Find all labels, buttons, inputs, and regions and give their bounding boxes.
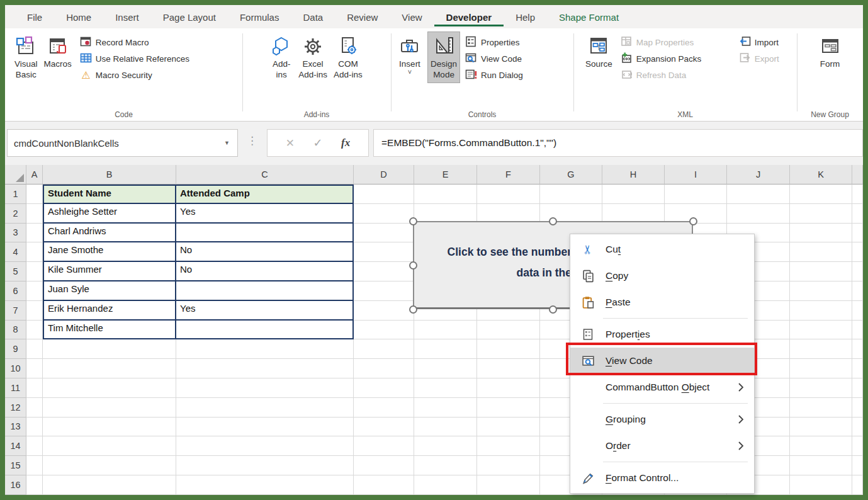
row-header-4[interactable]: 4: [5, 242, 26, 262]
cell-D2[interactable]: [354, 204, 414, 224]
column-header-partial[interactable]: [852, 165, 863, 185]
column-header-D[interactable]: D: [354, 165, 414, 185]
cell-C11[interactable]: [176, 378, 354, 398]
tab-formulas[interactable]: Formulas: [228, 7, 291, 26]
row-header-11[interactable]: 11: [5, 378, 26, 398]
cell-B1[interactable]: Student Name: [43, 185, 176, 204]
tab-file[interactable]: File: [15, 7, 54, 26]
cell-A3[interactable]: [26, 224, 43, 243]
menu-item-commandbutton-object[interactable]: CommandButton Object: [570, 374, 754, 401]
com-add-ins-button[interactable]: COM Add-ins: [330, 31, 366, 83]
row-header-14[interactable]: 14: [5, 436, 26, 456]
cell-K6[interactable]: [790, 281, 852, 301]
cell-E10[interactable]: [414, 359, 477, 378]
cell-B15[interactable]: [43, 456, 176, 475]
cell-A2[interactable]: [26, 204, 43, 224]
tab-page-layout[interactable]: Page Layout: [151, 7, 228, 26]
macro-security-button[interactable]: ⚠ Macro Security: [80, 67, 222, 83]
cell-A12[interactable]: [26, 398, 43, 418]
row-header-7[interactable]: 7: [5, 301, 26, 321]
cell-F15[interactable]: [477, 456, 540, 475]
cell-D9[interactable]: [354, 339, 414, 359]
cell-A15[interactable]: [26, 456, 43, 475]
cell-G1[interactable]: [540, 185, 602, 204]
cell-B14[interactable]: [43, 436, 176, 456]
cell-D6[interactable]: [354, 281, 414, 301]
name-box-dropdown-icon[interactable]: ▼: [224, 140, 230, 146]
cell-I1[interactable]: [665, 185, 727, 204]
cell-B5[interactable]: Kile Summer: [43, 262, 176, 281]
cell-D13[interactable]: [354, 418, 414, 437]
menu-item-grouping[interactable]: Grouping: [570, 406, 754, 433]
cell-E11[interactable]: [414, 378, 477, 398]
cell-D12[interactable]: [354, 398, 414, 418]
tab-data[interactable]: Data: [291, 7, 335, 26]
menu-item-format-control[interactable]: Format Control...: [570, 465, 754, 491]
cell-D5[interactable]: [354, 262, 414, 281]
cell-x11[interactable]: [852, 378, 863, 398]
cell-F13[interactable]: [477, 418, 540, 437]
cell-E16[interactable]: [414, 475, 477, 495]
cell-K1[interactable]: [790, 185, 852, 204]
menu-item-copy[interactable]: Copy: [570, 263, 754, 289]
row-header-13[interactable]: 13: [5, 418, 26, 437]
column-header-C[interactable]: C: [176, 165, 354, 185]
cell-J2[interactable]: [727, 204, 790, 224]
cell-A10[interactable]: [26, 359, 43, 378]
row-header-15[interactable]: 15: [5, 456, 26, 475]
column-header-G[interactable]: G: [540, 165, 602, 185]
cell-F9[interactable]: [477, 339, 540, 359]
menu-item-view-code[interactable]: View Code: [570, 348, 754, 374]
name-box[interactable]: cmdCountNonBlankCells ▼: [7, 129, 238, 157]
select-all-corner[interactable]: [5, 165, 26, 185]
cell-A16[interactable]: [26, 475, 43, 495]
source-button[interactable]: Source: [582, 31, 616, 72]
selection-handle[interactable]: [409, 217, 417, 225]
cell-B3[interactable]: Charl Andriws: [43, 224, 176, 243]
cell-E13[interactable]: [414, 418, 477, 437]
cell-F14[interactable]: [477, 436, 540, 456]
cell-F11[interactable]: [477, 378, 540, 398]
cell-x16[interactable]: [852, 475, 863, 495]
cell-x7[interactable]: [852, 301, 863, 321]
column-header-K[interactable]: K: [790, 165, 852, 185]
column-header-B[interactable]: B: [43, 165, 176, 185]
row-header-1[interactable]: 1: [5, 185, 26, 204]
cell-F16[interactable]: [477, 475, 540, 495]
cell-E14[interactable]: [414, 436, 477, 456]
cell-F12[interactable]: [477, 398, 540, 418]
view-code-ribbon-button[interactable]: View Code: [465, 50, 547, 67]
row-header-12[interactable]: 12: [5, 398, 26, 418]
cell-C16[interactable]: [176, 475, 354, 495]
cell-A6[interactable]: [26, 281, 43, 301]
cell-H2[interactable]: [602, 204, 665, 224]
tab-review[interactable]: Review: [335, 7, 390, 26]
tab-help[interactable]: Help: [504, 7, 547, 26]
cell-C15[interactable]: [176, 456, 354, 475]
cell-A5[interactable]: [26, 262, 43, 281]
add-ins-button[interactable]: Add- ins: [268, 31, 295, 83]
tab-home[interactable]: Home: [54, 7, 103, 26]
cell-x6[interactable]: [852, 281, 863, 301]
cell-D15[interactable]: [354, 456, 414, 475]
cell-A13[interactable]: [26, 418, 43, 437]
cell-x5[interactable]: [852, 262, 863, 281]
cell-D3[interactable]: [354, 224, 414, 243]
cell-x2[interactable]: [852, 204, 863, 224]
tab-insert[interactable]: Insert: [103, 7, 151, 26]
cell-K7[interactable]: [790, 301, 852, 321]
cell-x10[interactable]: [852, 359, 863, 378]
row-header-3[interactable]: 3: [5, 224, 26, 243]
cell-A9[interactable]: [26, 339, 43, 359]
cell-B8[interactable]: Tim Mitchelle: [43, 321, 176, 340]
formula-bar-input[interactable]: =EMBED("Forms.CommandButton.1",""): [373, 129, 863, 157]
cell-B11[interactable]: [43, 378, 176, 398]
cell-E12[interactable]: [414, 398, 477, 418]
cell-K4[interactable]: [790, 242, 852, 262]
cell-B6[interactable]: Juan Syle: [43, 281, 176, 301]
cell-D11[interactable]: [354, 378, 414, 398]
cell-x4[interactable]: [852, 242, 863, 262]
cell-E8[interactable]: [414, 321, 477, 340]
cell-x1[interactable]: [852, 185, 863, 204]
cell-x13[interactable]: [852, 418, 863, 437]
